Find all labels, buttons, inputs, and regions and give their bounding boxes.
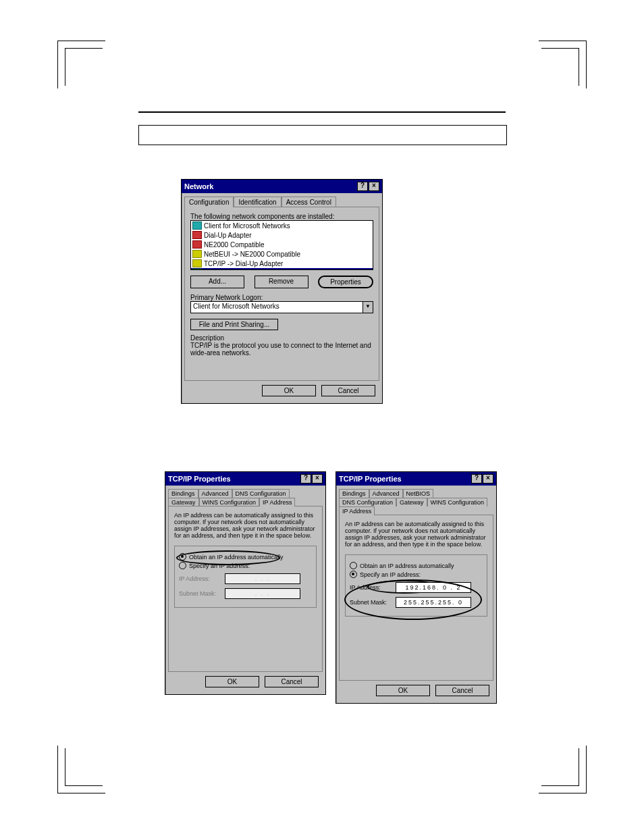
add-button[interactable]: Add... [190,276,244,288]
ip-address-panel: An IP address can be automatically assig… [339,515,493,681]
tab-ip-address[interactable]: IP Address [259,498,295,506]
ip-address-panel: An IP address can be automatically assig… [168,506,323,672]
components-listbox[interactable]: Client for Microsoft Networks Dial-Up Ad… [190,220,373,270]
help-icon[interactable]: ? [300,474,311,484]
specify-label: Specify an IP address: [189,563,250,569]
crop-mark [539,746,587,793]
ok-button[interactable]: OK [262,385,316,396]
tab-access-control[interactable]: Access Control [281,197,336,207]
titlebar[interactable]: TCP/IP Properties ?× [336,472,496,486]
tab-dns[interactable]: DNS Configuration [232,489,290,498]
adapter-icon [192,231,202,239]
radio-obtain[interactable] [350,562,357,569]
list-item[interactable]: TCP/IP -> NE2000 Compatible [204,269,296,271]
ip-address-label: IP Address: [179,575,219,582]
instructions-text: An IP address can be automatically assig… [345,521,487,548]
protocol-icon [192,269,202,270]
tab-bindings[interactable]: Bindings [339,489,369,498]
ip-address-label: IP Address: [350,584,390,591]
tab-identification[interactable]: Identification [234,197,281,207]
radio-specify[interactable] [179,562,186,569]
window-title: TCP/IP Properties [168,475,231,483]
page: Network ? × Configuration Identification… [0,0,644,834]
window-title: TCP/IP Properties [339,475,402,483]
horizontal-rule [138,111,506,113]
crop-mark [57,746,105,793]
subnet-mask-label: Subnet Mask: [350,599,390,606]
tab-dns[interactable]: DNS Configuration [339,498,396,506]
tab-gateway[interactable]: Gateway [396,498,427,506]
protocol-icon [192,250,202,258]
tab-netbios[interactable]: NetBIOS [403,489,434,498]
header-box [138,125,507,145]
subnet-mask-label: Subnet Mask: [179,590,219,597]
close-icon[interactable]: × [312,474,323,484]
installed-components-label: The following network components are ins… [190,213,373,220]
subnet-mask-input[interactable]: 255.255.255. 0 [396,597,471,608]
ip-mode-group: Obtain an IP address automatically Speci… [174,546,317,608]
ip-address-input[interactable]: . . . [225,573,300,584]
tab-ip-address[interactable]: IP Address [339,506,375,515]
titlebar[interactable]: Network ? × [182,180,382,193]
tab-bindings[interactable]: Bindings [168,489,198,498]
client-icon [192,221,202,230]
remove-button[interactable]: Remove [254,276,308,288]
list-item[interactable]: Client for Microsoft Networks [204,222,290,230]
tab-advanced[interactable]: Advanced [369,489,403,498]
list-item[interactable]: Dial-Up Adapter [204,232,252,239]
obtain-label: Obtain an IP address automatically [360,563,454,569]
chevron-down-icon[interactable]: ▼ [363,302,373,313]
description-text: TCP/IP is the protocol you use to connec… [190,342,373,357]
help-icon[interactable]: ? [357,182,368,191]
primary-logon-label: Primary Network Logon: [190,294,373,301]
cancel-button[interactable]: Cancel [435,685,489,696]
primary-logon-value: Client for Microsoft Networks [191,302,363,313]
obtain-label: Obtain an IP address automatically [189,554,283,561]
cancel-button[interactable]: Cancel [321,385,375,396]
network-dialog: Network ? × Configuration Identification… [181,179,383,404]
instructions-text: An IP address can be automatically assig… [174,512,317,539]
specify-label: Specify an IP address: [360,571,421,578]
subnet-mask-input[interactable]: . . . [225,588,300,599]
tab-advanced[interactable]: Advanced [198,489,232,498]
close-icon[interactable]: × [369,182,379,191]
cancel-button[interactable]: Cancel [265,676,319,687]
list-item[interactable]: TCP/IP -> Dial-Up Adapter [204,260,283,267]
ip-address-input[interactable]: 192.168. 0 . 2 [396,582,471,593]
crop-mark [57,41,105,88]
close-icon[interactable]: × [483,474,493,484]
radio-obtain[interactable] [179,553,186,561]
adapter-icon [192,240,202,249]
protocol-icon [192,259,202,267]
window-title: Network [184,182,213,190]
tcpip-dialog-left: TCP/IP Properties ?× Bindings Advanced D… [165,471,326,695]
ok-button[interactable]: OK [376,685,430,696]
list-item[interactable]: NE2000 Compatible [204,241,265,249]
tcpip-dialog-right: TCP/IP Properties ?× Bindings Advanced N… [336,471,497,704]
titlebar[interactable]: TCP/IP Properties ?× [165,472,325,486]
crop-mark [539,41,587,88]
ip-mode-group: Obtain an IP address automatically Speci… [345,554,487,617]
list-item[interactable]: NetBEUI -> NE2000 Compatible [204,251,300,258]
description-label: Description [190,334,373,342]
tab-configuration[interactable]: Configuration [184,197,234,207]
ok-button[interactable]: OK [205,676,259,687]
radio-specify[interactable] [350,571,357,578]
primary-logon-select[interactable]: Client for Microsoft Networks ▼ [190,301,373,313]
tab-panel: The following network components are ins… [184,207,379,381]
tab-wins[interactable]: WINS Configuration [427,498,488,506]
help-icon[interactable]: ? [471,474,482,484]
file-print-sharing-button[interactable]: File and Print Sharing... [190,319,278,330]
properties-button[interactable]: Properties [318,276,373,288]
